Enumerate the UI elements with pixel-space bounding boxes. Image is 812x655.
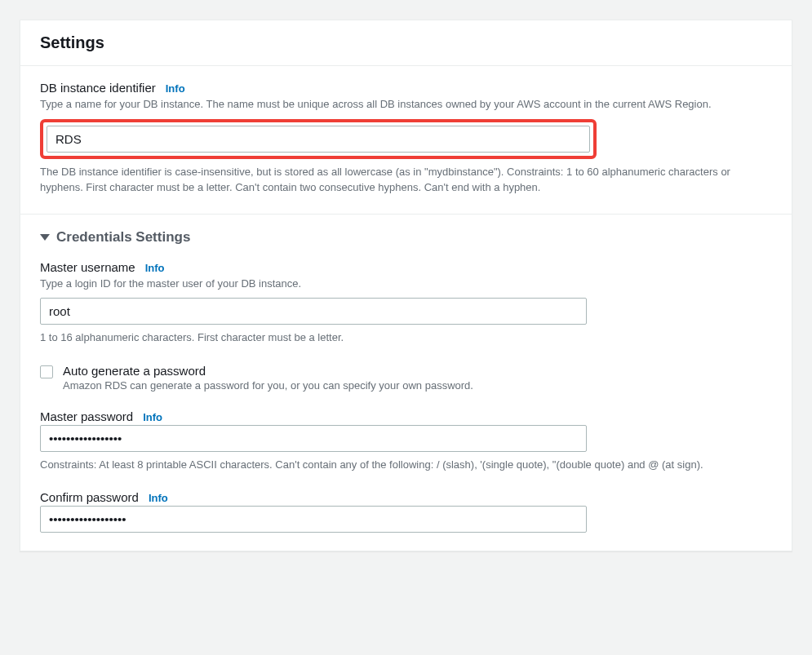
panel-header: Settings (20, 20, 792, 66)
master-password-hint: Constraints: At least 8 printable ASCII … (40, 457, 772, 473)
db-identifier-highlight (40, 119, 597, 159)
confirm-password-label: Confirm password (40, 490, 139, 504)
db-identifier-desc: Type a name for your DB instance. The na… (40, 96, 772, 113)
db-identifier-input[interactable] (47, 126, 590, 153)
panel-title: Settings (40, 33, 772, 52)
master-username-input[interactable] (40, 298, 587, 325)
settings-panel: Settings DB instance identifier Info Typ… (20, 20, 792, 551)
credentials-heading: Credentials Settings (56, 229, 190, 246)
confirm-password-info-link[interactable]: Info (149, 492, 168, 504)
auto-generate-block: Auto generate a password Amazon RDS can … (40, 364, 772, 392)
auto-generate-label: Auto generate a password (63, 364, 473, 378)
master-username-block: Master username Info Type a login ID for… (40, 260, 772, 346)
db-identifier-info-link[interactable]: Info (166, 82, 185, 95)
master-username-hint: 1 to 16 alphanumeric characters. First c… (40, 330, 772, 346)
master-password-block: Master password Info Constraints: At lea… (40, 409, 772, 473)
master-username-desc: Type a login ID for the master user of y… (40, 276, 772, 292)
db-identifier-label: DB instance identifier (40, 81, 156, 95)
master-username-info-link[interactable]: Info (145, 262, 165, 274)
db-identifier-hint: The DB instance identifier is case-insen… (40, 164, 772, 196)
auto-generate-checkbox[interactable] (40, 365, 53, 378)
db-identifier-section: DB instance identifier Info Type a name … (20, 66, 792, 214)
auto-generate-desc: Amazon RDS can generate a password for y… (63, 379, 473, 392)
master-password-info-link[interactable]: Info (143, 411, 162, 423)
confirm-password-input[interactable] (40, 506, 587, 533)
master-username-label: Master username (40, 260, 135, 274)
master-password-input[interactable] (40, 425, 587, 452)
confirm-password-block: Confirm password Info (40, 490, 772, 533)
credentials-section: Credentials Settings Master username Inf… (20, 214, 792, 551)
master-password-label: Master password (40, 409, 133, 423)
credentials-expander[interactable]: Credentials Settings (40, 229, 772, 246)
caret-down-icon (40, 234, 50, 241)
